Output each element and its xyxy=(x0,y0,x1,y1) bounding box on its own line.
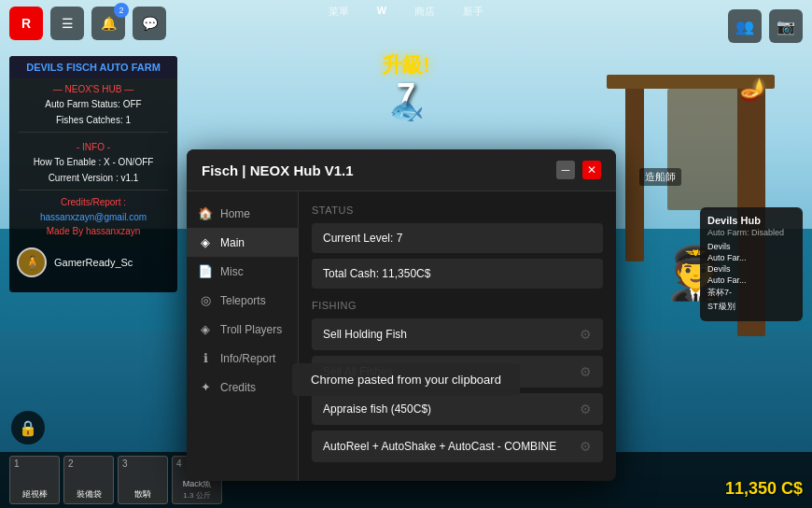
close-button[interactable]: ✕ xyxy=(582,161,601,179)
sell-all-icon: ⚙ xyxy=(580,364,592,379)
player-name: GamerReady_Sc xyxy=(54,257,133,268)
clipboard-toast: Chrome pasted from your clipboard xyxy=(292,363,520,396)
sidebar-label-credits: Credits xyxy=(220,381,256,394)
devils-hub-widget: Devils Hub Auto Farm: Disabled Devils Au… xyxy=(700,207,803,321)
lantern: 🪔 xyxy=(739,77,767,103)
how-to-enable: How To Enable : X - ON/OFF xyxy=(9,154,177,170)
sidebar-label-info: Info/Report xyxy=(220,352,275,365)
divider-1 xyxy=(19,132,168,133)
sidebar-item-main[interactable]: ◈ Main xyxy=(187,228,298,257)
autoreel-button[interactable]: AutoReel + AutoShake + AutoCast - COMBIN… xyxy=(312,430,603,462)
chat-button[interactable]: 💬 xyxy=(133,7,166,40)
current-version: Current Version : v1.1 xyxy=(9,170,177,186)
sidebar-item-info-report[interactable]: ℹ Info/Report xyxy=(187,344,298,373)
modal-title: Fisch | NEOX Hub V1.1 xyxy=(202,162,354,178)
devils-hub-subtitle: Auto Farm: Disabled xyxy=(707,228,795,237)
slot-num-1: 1 xyxy=(14,459,20,469)
modal-header: Fisch | NEOX Hub V1.1 ─ ✕ xyxy=(187,149,616,191)
auto-farm-status: Auto Farm Status: OFF xyxy=(9,96,177,112)
info-label: - INFO - xyxy=(9,136,177,154)
level-up-text: 升級! xyxy=(382,51,429,79)
avatar: 🧍 xyxy=(17,247,47,277)
hub-label: — NEOX'S HUB — xyxy=(9,78,177,96)
sidebar-label-teleports: Teleports xyxy=(220,294,266,307)
teleports-icon: ◎ xyxy=(198,293,213,307)
devils-hub-item-6: ST級別 xyxy=(707,300,795,314)
autoreel-icon: ⚙ xyxy=(580,439,592,454)
slot-num-4: 4 xyxy=(176,459,182,469)
players-button[interactable]: 👥 xyxy=(728,9,762,43)
sell-holding-fish-button[interactable]: Sell Holding Fish ⚙ xyxy=(312,318,603,350)
tab-menu[interactable]: 菜單 xyxy=(329,5,349,19)
modal-sidebar: 🏠 Home ◈ Main 📄 Misc ◎ Teleports ◈ Troll… xyxy=(187,191,299,481)
notification-button[interactable]: 🔔 2 xyxy=(91,7,125,40)
tab-new[interactable]: 新手 xyxy=(463,5,483,19)
made-by: Made By hassanxzayn xyxy=(9,224,177,238)
slot-num-3: 3 xyxy=(122,459,128,469)
hotbar-slot-3[interactable]: 3 散騎 xyxy=(118,456,168,504)
sidebar-label-home: Home xyxy=(220,207,250,220)
main-icon: ◈ xyxy=(198,235,213,249)
notification-badge: 2 xyxy=(114,3,129,18)
slot-name-2: 裝備袋 xyxy=(77,488,102,501)
devils-hub-item-1: Devils xyxy=(707,241,795,252)
modal-content-area: Status Current Level: 7 Total Cash: 11,3… xyxy=(299,191,616,481)
home-icon: 🏠 xyxy=(198,206,213,220)
hotbar-slot-1[interactable]: 1 絕視棒 xyxy=(9,456,60,504)
fishes-catches: Fishes Catches: 1 xyxy=(9,112,177,128)
misc-icon: 📄 xyxy=(198,264,213,278)
slot-name-1: 絕視棒 xyxy=(22,488,48,501)
devils-hub-item-4: Auto Far... xyxy=(707,275,795,286)
fishing-section-label: Fishing xyxy=(312,300,603,311)
roblox-left-controls: R ☰ 🔔 2 💬 xyxy=(9,7,166,40)
lock-button[interactable]: 🔒 xyxy=(11,411,45,444)
devils-hub-title: Devils Hub xyxy=(707,215,795,226)
sidebar-item-troll-players[interactable]: ◈ Troll Players xyxy=(187,315,298,344)
current-level-row: Current Level: 7 xyxy=(312,223,603,253)
hotbar-slot-2[interactable]: 2 裝備袋 xyxy=(63,456,114,504)
npc-label: 造船師 xyxy=(639,168,681,186)
devils-hub-item-2: Auto Far... xyxy=(707,252,795,263)
main-modal: Fisch | NEOX Hub V1.1 ─ ✕ 🏠 Home ◈ Main … xyxy=(187,149,616,481)
tab-shop[interactable]: 商店 xyxy=(414,5,435,19)
modal-controls: ─ ✕ xyxy=(556,161,601,179)
status-section-label: Status xyxy=(312,205,603,216)
info-icon: ℹ xyxy=(198,351,213,365)
sidebar-label-main: Main xyxy=(220,236,245,249)
sidebar-item-credits[interactable]: ✦ Credits xyxy=(187,373,298,402)
fish-decoration: 🐟 xyxy=(389,93,424,126)
slot-name-3: 散騎 xyxy=(134,488,151,501)
menu-button[interactable]: ☰ xyxy=(50,7,84,40)
devils-hub-item-3: Devils xyxy=(707,263,795,275)
sidebar-item-teleports[interactable]: ◎ Teleports xyxy=(187,286,298,315)
troll-icon: ◈ xyxy=(198,322,213,336)
player-avatar-area: 🧍 GamerReady_Sc xyxy=(9,242,177,283)
hud-tabs: 菜單 W 商店 新手 xyxy=(329,5,483,19)
total-cash-row: Total Cash: 11,350C$ xyxy=(312,259,603,289)
sidebar-item-misc[interactable]: 📄 Misc xyxy=(187,257,298,286)
email: hassanxzayn@gmail.com xyxy=(9,210,177,224)
top-hud: 菜單 W 商店 新手 xyxy=(329,5,483,19)
appraise-icon: ⚙ xyxy=(580,402,592,416)
appraise-fish-label: Appraise fish (450C$) xyxy=(323,402,431,416)
credits-icon: ✦ xyxy=(198,380,213,394)
sidebar-label-misc: Misc xyxy=(220,265,244,278)
credits-label: Credits/Report : xyxy=(9,194,177,210)
divider-2 xyxy=(19,190,168,190)
panel-title: DEVILS FISCH AUTO FARM xyxy=(9,56,177,78)
camera-button[interactable]: 📷 xyxy=(769,9,803,43)
appraise-fish-button[interactable]: Appraise fish (450C$) ⚙ xyxy=(312,393,603,425)
cash-display: 11,350 C$ xyxy=(725,479,803,499)
modal-body: 🏠 Home ◈ Main 📄 Misc ◎ Teleports ◈ Troll… xyxy=(187,191,616,481)
left-panel: DEVILS FISCH AUTO FARM — NEOX'S HUB — Au… xyxy=(9,56,177,292)
slot-count-4: 1.3 公斤 xyxy=(183,490,210,501)
tab-w[interactable]: W xyxy=(377,5,386,19)
devils-hub-item-5: 茶杯7- xyxy=(707,286,795,300)
sell-holding-fish-label: Sell Holding Fish xyxy=(323,328,407,341)
sell-holding-icon: ⚙ xyxy=(580,327,592,342)
sidebar-item-home[interactable]: 🏠 Home xyxy=(187,199,298,228)
slot-num-2: 2 xyxy=(68,459,74,469)
right-controls: 👥 📷 xyxy=(728,9,803,43)
roblox-logo: R xyxy=(9,7,43,40)
minimize-button[interactable]: ─ xyxy=(556,161,575,179)
